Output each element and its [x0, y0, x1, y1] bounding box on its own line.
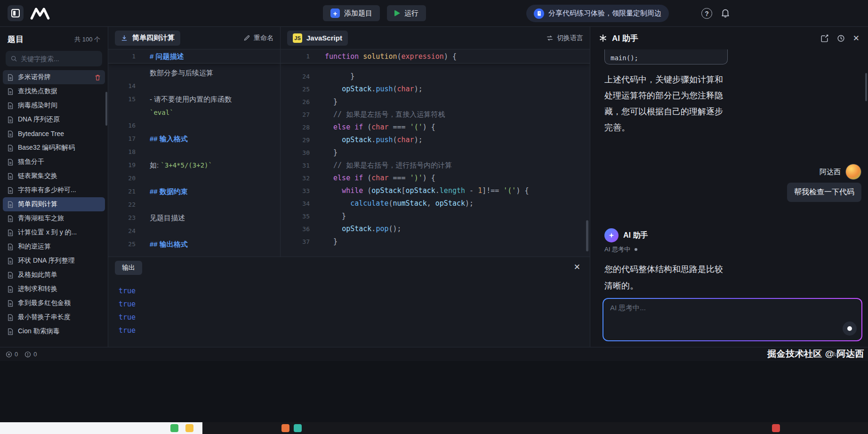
- editor-line[interactable]: 25## 输出格式: [108, 238, 280, 251]
- line-content: }: [325, 235, 338, 248]
- problem-label: 病毒感染时间: [18, 101, 57, 110]
- editor-line[interactable]: 28 else if (char === '(') {: [281, 121, 590, 134]
- description-editor[interactable]: 1# 问题描述 数部分参与后续运算1415- 请不要使用内置的库函数`eval`…: [108, 49, 280, 257]
- switch-language-button[interactable]: 切换语言: [546, 34, 583, 42]
- taskbar-icon[interactable]: [170, 424, 178, 432]
- line-number: 36: [281, 223, 310, 235]
- language-tab[interactable]: JS JavaScript: [287, 31, 348, 46]
- line-content: else if (char === '(') {: [325, 121, 435, 134]
- problem-label: Bytedance Tree: [18, 130, 64, 137]
- search-input[interactable]: [21, 55, 97, 63]
- promo-banner[interactable]: 分享代码练习体验，领限量定制周边: [526, 5, 669, 22]
- editor-line[interactable]: `eval`: [108, 106, 280, 119]
- editor-line[interactable]: 27 // 如果是左括号，直接入运算符栈: [281, 108, 590, 121]
- error-count[interactable]: 0: [6, 351, 18, 358]
- editor-line[interactable]: 29 opStack.push(char);: [281, 134, 590, 146]
- ai-scrollbar[interactable]: [865, 73, 867, 101]
- sidebar-item-12[interactable]: 和的逆运算: [3, 240, 105, 254]
- ai-chat-input[interactable]: [610, 304, 838, 336]
- sidebar-item-9[interactable]: 简单四则计算: [3, 197, 105, 211]
- sidebar-item-0[interactable]: 多米诺骨牌: [3, 70, 105, 84]
- sidebar-item-16[interactable]: 拿到最多红包金额: [3, 296, 105, 310]
- editor-line[interactable]: 34 calculate(numStack, opStack);: [281, 197, 590, 210]
- problem-label: Base32 编码和解码: [18, 144, 75, 152]
- taskbar-icon[interactable]: [772, 424, 780, 432]
- line-number: 24: [281, 70, 310, 83]
- line-content: opStack.push(char);: [325, 134, 423, 146]
- sidebar-item-10[interactable]: 青海湖租车之旅: [3, 211, 105, 225]
- sidebar-item-11[interactable]: 计算位置 x 到 y 的...: [3, 225, 105, 240]
- sidebar-item-17[interactable]: 最小替换子串长度: [3, 310, 105, 324]
- editor-line[interactable]: 数部分参与后续运算: [108, 66, 280, 80]
- editor-line[interactable]: 36 opStack.pop();: [281, 223, 590, 235]
- output-tab[interactable]: 输出: [115, 261, 142, 275]
- editor-line[interactable]: 23见题目描述: [108, 211, 280, 225]
- document-icon: [7, 286, 14, 293]
- sidebar-item-13[interactable]: 环状 DNA 序列整理: [3, 254, 105, 268]
- editor-line[interactable]: 24 }: [281, 70, 590, 83]
- taskbar-icon[interactable]: [294, 424, 302, 432]
- editor-line[interactable]: 15- 请不要使用内置的库函数: [108, 93, 280, 106]
- editor-line[interactable]: 1function solution(expression) {: [281, 49, 590, 64]
- help-icon[interactable]: ?: [701, 8, 712, 19]
- editor-line[interactable]: 19如: `3+4*5/(3+2)`: [108, 159, 280, 172]
- new-chat-icon[interactable]: [820, 34, 829, 43]
- output-panel: 输出 ✕ truetruetruetrue: [108, 257, 590, 347]
- sidebar-item-4[interactable]: Bytedance Tree: [3, 127, 105, 141]
- sidebar-item-2[interactable]: 病毒感染时间: [3, 98, 105, 113]
- editor-line[interactable]: 25 opStack.push(char);: [281, 83, 590, 96]
- editor-line[interactable]: 16: [108, 119, 280, 132]
- editor-line[interactable]: 32 else if (char === ')') {: [281, 172, 590, 185]
- editor-line[interactable]: 31 // 如果是右括号，进行括号内的计算: [281, 159, 590, 172]
- editor-line[interactable]: 18: [108, 145, 280, 159]
- run-button[interactable]: 运行: [387, 5, 426, 21]
- editor-line[interactable]: 20: [108, 172, 280, 185]
- taskbar-icon[interactable]: [281, 424, 289, 432]
- history-icon[interactable]: [836, 34, 845, 43]
- search-box[interactable]: [6, 51, 102, 66]
- editor-line[interactable]: 35 }: [281, 210, 590, 223]
- editor-line[interactable]: 30 }: [281, 146, 590, 159]
- document-icon: [7, 229, 14, 236]
- sidebar-item-6[interactable]: 猫鱼分干: [3, 155, 105, 169]
- app-logo[interactable]: [8, 5, 24, 21]
- problem-label: 简单四则计算: [18, 200, 57, 209]
- editor-line[interactable]: 37 }: [281, 235, 590, 248]
- editor-line[interactable]: 24: [108, 225, 280, 238]
- editor-line[interactable]: 26 }: [281, 96, 590, 108]
- problem-label: 青海湖租车之旅: [18, 214, 64, 223]
- notifications-icon[interactable]: [720, 8, 731, 18]
- output-line: true: [119, 311, 590, 324]
- problem-title-chip[interactable]: 简单四则计算: [115, 31, 180, 46]
- line-content: }: [325, 70, 354, 83]
- warning-count[interactable]: 0: [24, 351, 37, 358]
- close-icon[interactable]: ✕: [574, 263, 580, 271]
- sidebar-item-8[interactable]: 字符串有多少种可...: [3, 183, 105, 197]
- editor-line[interactable]: 14: [108, 80, 280, 93]
- sidebar-item-5[interactable]: Base32 编码和解码: [3, 141, 105, 155]
- editor-line[interactable]: 1# 问题描述: [108, 49, 280, 64]
- editor-line[interactable]: 21## 数据约束: [108, 185, 280, 198]
- sidebar-item-14[interactable]: 及格如此简单: [3, 268, 105, 282]
- code-editor[interactable]: 1function solution(expression) { 24 }25 …: [281, 49, 590, 257]
- sidebar-item-15[interactable]: 进制求和转换: [3, 282, 105, 296]
- editor-line[interactable]: 33 while (opStack[opStack.length - 1]!==…: [281, 185, 590, 197]
- editor-line[interactable]: 22: [108, 198, 280, 211]
- line-number: 34: [281, 197, 310, 210]
- close-icon[interactable]: ✕: [853, 34, 860, 42]
- sidebar-item-1[interactable]: 查找热点数据: [3, 84, 105, 98]
- sidebar-item-3[interactable]: DNA 序列还原: [3, 113, 105, 127]
- marscode-logo[interactable]: [30, 7, 50, 20]
- editor-scrollbar[interactable]: [586, 220, 588, 251]
- description-header: 简单四则计算 重命名: [108, 27, 280, 49]
- sidebar-item-18[interactable]: Cion 勒索病毒: [3, 324, 105, 338]
- rename-button[interactable]: 重命名: [243, 34, 273, 42]
- add-problem-button[interactable]: + 添加题目: [323, 5, 380, 21]
- delete-icon[interactable]: [94, 74, 101, 81]
- line-content: }: [325, 96, 338, 108]
- editor-line[interactable]: 17## 输入格式: [108, 132, 280, 145]
- stop-generating-button[interactable]: [843, 321, 857, 336]
- sidebar-item-7[interactable]: 链表聚集交换: [3, 169, 105, 183]
- taskbar-icon[interactable]: [185, 424, 193, 432]
- sidebar-scrollbar[interactable]: [105, 92, 107, 126]
